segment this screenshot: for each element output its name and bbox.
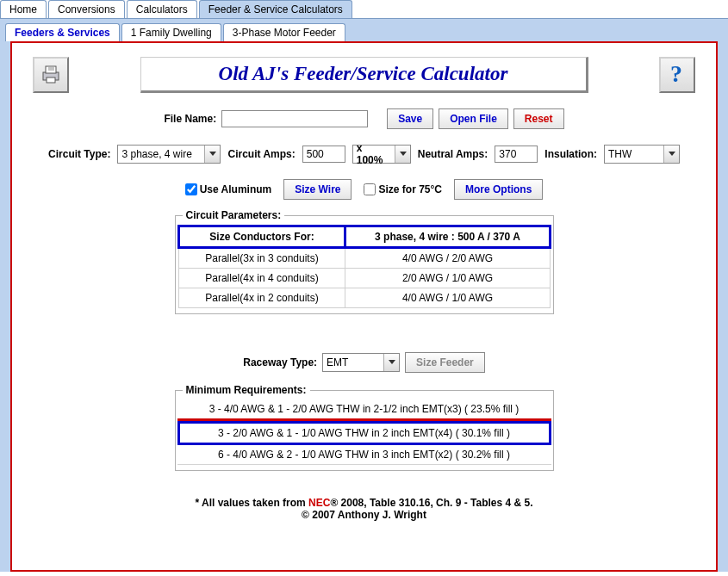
main-panel: Old AJ's Feeder/Service Calculator ? Fil… [10,41,718,572]
footer-nec: NEC [308,497,330,509]
insulation-value: THW [608,148,632,160]
circuit-amps-input[interactable] [302,146,345,163]
size-feeder-button: Size Feeder [405,352,485,373]
raceway-type-label: Raceway Type: [243,356,317,369]
circuit-parameters-group: Circuit Parameters: Size Conductors For:… [175,215,554,314]
sub-tab-area: Feeders & Services 1 Family Dwelling 3-P… [0,19,728,572]
open-file-button[interactable]: Open File [439,108,508,129]
raceway-type-select[interactable]: EMT [322,353,400,372]
use-aluminum-input[interactable] [185,183,197,195]
top-tab-strip: Home Conversions Calculators Feeder & Se… [0,0,728,19]
minreq-row-1[interactable]: 3 - 2/0 AWG & 1 - 1/0 AWG THW in 2 inch … [177,421,551,445]
circuit-amps-label: Circuit Amps: [227,148,295,160]
reset-button[interactable]: Reset [513,108,564,129]
subtab-3phase-motor-feeder[interactable]: 3-Phase Motor Feeder [223,23,345,41]
subtab-feeders-services[interactable]: Feeders & Services [5,23,120,41]
neutral-amps-input[interactable] [495,146,538,163]
tab-feeder-service-calculators[interactable]: Feeder & Service Calculators [199,0,352,18]
raceway-type-value: EMT [327,356,348,369]
help-button[interactable]: ? [659,57,695,93]
minreq-row-2[interactable]: 6 - 4/0 AWG & 2 - 1/0 AWG THW in 3 inch … [177,445,551,465]
insulation-label: Insulation: [544,148,597,160]
insulation-select[interactable]: THW [604,145,680,164]
params-header-left: Size Conductors For: [178,226,345,248]
params-header-right: 3 phase, 4 wire : 500 A / 370 A [345,226,550,248]
params-r0-right: 4/0 AWG / 2/0 AWG [345,248,550,269]
table-row[interactable]: Parallel(4x in 4 conduits) 2/0 AWG / 1/0… [178,269,550,288]
circuit-type-select[interactable]: 3 phase, 4 wire [117,145,221,164]
minreq-row-0[interactable]: 3 - 4/0 AWG & 1 - 2/0 AWG THW in 2-1/2 i… [177,399,551,421]
page-title-text: Old AJ's Feeder/Service Calculator [219,63,508,84]
printer-icon [40,64,62,87]
svg-text:?: ? [670,61,682,87]
file-name-input[interactable] [221,110,368,127]
file-name-label: File Name: [164,113,216,125]
table-row[interactable]: Parallel(4x in 2 conduits) 4/0 AWG / 1/0… [178,288,550,308]
circuit-type-value: 3 phase, 4 wire [121,148,191,160]
subtab-1-family-dwelling[interactable]: 1 Family Dwelling [121,23,221,41]
use-aluminum-checkbox[interactable]: Use Aluminum [185,183,272,195]
neutral-amps-label: Neutral Amps: [418,148,488,160]
question-icon: ? [666,61,688,90]
tab-home[interactable]: Home [0,0,47,18]
params-r2-right: 4/0 AWG / 1/0 AWG [345,288,550,308]
footer-pre: * All values taken from [195,497,308,509]
params-r2-left: Parallel(4x in 2 conduits) [178,288,345,308]
size-wire-button[interactable]: Size Wire [283,179,352,200]
footer-copyright: © 2007 Anthony J. Wright [302,509,426,521]
more-options-button[interactable]: More Options [454,179,543,200]
size-75-checkbox[interactable]: Size for 75°C [364,183,442,195]
page-title: Old AJ's Feeder/Service Calculator [140,57,588,93]
footer-text: * All values taken from NEC® 2008, Table… [33,497,695,521]
chevron-down-icon [204,146,220,163]
svg-rect-2 [47,77,55,83]
multiplier-value: x 100% [357,142,391,166]
circuit-parameters-table: Size Conductors For: 3 phase, 4 wire : 5… [177,225,551,308]
table-header-row[interactable]: Size Conductors For: 3 phase, 4 wire : 5… [178,226,550,248]
params-r1-left: Parallel(4x in 4 conduits) [178,269,345,288]
print-button[interactable] [33,57,69,93]
table-row[interactable]: Parallel(3x in 3 conduits) 4/0 AWG / 2/0… [178,248,550,269]
tab-conversions[interactable]: Conversions [48,0,125,18]
params-r1-right: 2/0 AWG / 1/0 AWG [345,269,550,288]
footer-post: ® 2008, Table 310.16, Ch. 9 - Tables 4 &… [330,497,532,509]
circuit-parameters-legend: Circuit Parameters: [183,209,285,221]
minimum-requirements-group: Minimum Requirements: 3 - 4/0 AWG & 1 - … [175,390,554,471]
size-75-label: Size for 75°C [378,183,442,195]
size-75-input[interactable] [364,183,376,195]
circuit-type-label: Circuit Type: [48,148,110,160]
sub-tab-strip: Feeders & Services 1 Family Dwelling 3-P… [5,23,723,41]
multiplier-select[interactable]: x 100% [352,145,411,164]
chevron-down-icon [663,146,679,163]
save-button[interactable]: Save [387,108,433,129]
chevron-down-icon [383,354,399,371]
use-aluminum-label: Use Aluminum [200,183,272,195]
params-r0-left: Parallel(3x in 3 conduits) [178,248,345,269]
chevron-down-icon [395,146,410,163]
tab-calculators[interactable]: Calculators [127,0,197,18]
minimum-requirements-legend: Minimum Requirements: [183,384,310,396]
